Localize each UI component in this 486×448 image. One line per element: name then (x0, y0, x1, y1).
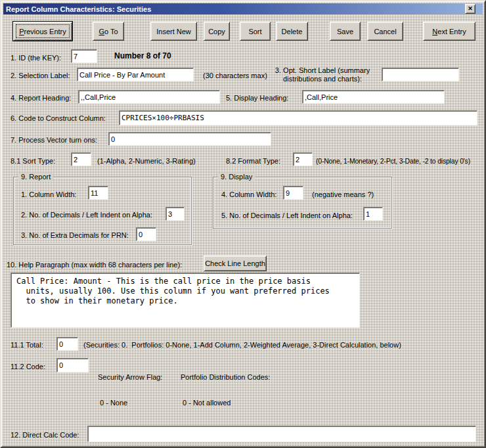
save-button[interactable]: Save (330, 22, 361, 41)
sort-button[interactable]: Sort (240, 22, 271, 41)
report-heading-label: 4. Report Heading: (11, 94, 71, 102)
record-counter: Number 8 of 70 (114, 52, 171, 60)
format-type-label: 8.2 Format Type: (226, 157, 280, 166)
close-button[interactable]: ✕ (465, 4, 475, 14)
report-decimals-label: 2. No. of Decimals / Left Indent on Alph… (21, 211, 152, 219)
short-label: 3. Opt. Short Label (summarydistribution… (269, 66, 376, 83)
previous-entry-button[interactable]: Previous Entry (13, 22, 72, 41)
button-label: Cancel (374, 28, 396, 35)
button-label: revious Entry (24, 28, 66, 35)
go-to-button[interactable]: Go To (93, 22, 124, 41)
close-icon: ✕ (468, 6, 473, 12)
total-input[interactable] (56, 337, 78, 351)
button-label: Sort (248, 28, 261, 35)
help-paragraph-textarea[interactable]: Call Price: Amount - This is the call pr… (11, 273, 360, 328)
sort-type-hint: (1-Alpha, 2-Numeric, 3-Rating) (97, 157, 196, 166)
display-heading-input[interactable] (302, 90, 445, 104)
id-label: 1. ID (the KEY): (11, 54, 61, 62)
short-label-line1: 3. Opt. Short Label (summary (269, 66, 376, 75)
report-group-legend: 9. Report (18, 173, 53, 181)
help-paragraph-label: 10. Help Paragraph (max width 68 charact… (7, 261, 182, 269)
delete-button[interactable]: Delete (276, 22, 308, 41)
button-label: G (99, 28, 104, 35)
report-extra-decimals-input[interactable] (136, 227, 156, 241)
code-column-label: 6. Code to Construct Column: (11, 114, 106, 123)
report-extra-decimals-label: 3. No. of Extra Decimals for PRN: (21, 231, 129, 240)
list-item: 0 - Not allowed (181, 399, 296, 407)
format-type-input[interactable] (293, 152, 313, 166)
dialog-window: Report Column Characteristics: Securitie… (0, 0, 486, 448)
id-input[interactable] (71, 49, 97, 63)
button-label: Insert New (156, 28, 191, 35)
check-line-length-button[interactable]: Check Line Length (204, 256, 267, 271)
display-column-width-hint: (negative means ?) (312, 190, 374, 199)
display-decimals-label: 5. No. of Decimals / Left Indent on Alph… (221, 212, 353, 220)
short-label-line2: distributions and charts): (269, 75, 376, 83)
report-heading-input[interactable] (78, 90, 220, 104)
short-label-input[interactable] (382, 68, 459, 81)
direct-calc-code-label: 12. Direct Calc Code: (11, 431, 79, 439)
selection-label: 2. Selection Label: (11, 72, 70, 80)
button-label: N (432, 28, 437, 35)
security-arrow-flag-title: Security Arrow Flag: (98, 373, 166, 382)
insert-new-button[interactable]: Insert New (150, 22, 197, 41)
code-column-input[interactable] (119, 110, 477, 125)
button-label: P (19, 28, 24, 35)
total-label: 11.1 Total: (11, 341, 43, 349)
button-label: Check Line Length (205, 259, 265, 267)
list-item: 0 - None (98, 399, 166, 407)
display-column-width-input[interactable] (283, 186, 303, 200)
process-vector-label: 7. Process Vector turn ons: (11, 136, 97, 145)
portfolio-distribution-codes-title: Portfolio Distribution Codes: (181, 373, 296, 382)
next-entry-button[interactable]: Next Entry (423, 22, 475, 41)
code-label: 11.2 Code: (11, 363, 45, 371)
process-vector-input[interactable] (108, 132, 271, 146)
sort-type-label: 8.1 Sort Type: (11, 157, 55, 166)
button-label: o To (104, 28, 118, 35)
report-decimals-input[interactable] (166, 207, 185, 221)
button-label: Save (337, 28, 353, 35)
button-label: ext Entry (437, 28, 466, 35)
display-heading-label: 5. Display Heading: (226, 94, 288, 102)
format-type-hint: (0-None, 1-Monetary, 2-Pct, 3-Date, -2 t… (316, 157, 470, 166)
report-column-width-label: 1. Column Width: (21, 190, 76, 199)
copy-button[interactable]: Copy (204, 22, 230, 41)
title-bar[interactable]: Report Column Characteristics: Securitie… (3, 3, 483, 14)
window-title: Report Column Characteristics: Securitie… (6, 5, 151, 13)
code-input[interactable] (56, 358, 89, 372)
display-group-box (213, 177, 392, 229)
display-column-width-label: 4. Column Width: (221, 190, 276, 199)
report-column-width-input[interactable] (88, 186, 108, 200)
selection-label-hint: (30 characters max) (203, 72, 267, 80)
sort-type-input[interactable] (71, 152, 91, 166)
cancel-button[interactable]: Cancel (367, 22, 403, 41)
selection-label-input[interactable] (77, 68, 194, 81)
display-group-legend: 9. Display (218, 173, 255, 181)
button-label: Copy (208, 28, 225, 35)
button-label: Delete (282, 28, 303, 35)
display-decimals-input[interactable] (363, 207, 383, 221)
direct-calc-code-input[interactable] (87, 426, 476, 442)
total-note: (Securities: 0. Portfolios: 0-None, 1-Ad… (83, 341, 401, 349)
